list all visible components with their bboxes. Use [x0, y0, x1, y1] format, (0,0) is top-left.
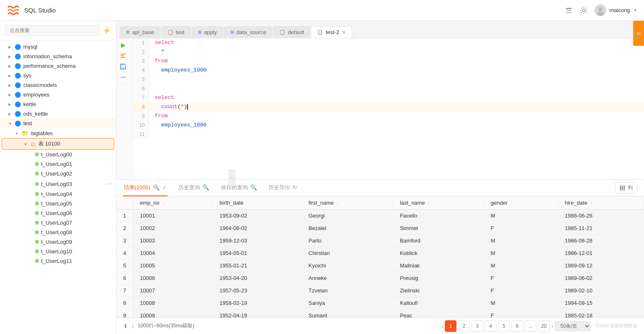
sidebar-item-employees[interactable]: employees — [0, 90, 116, 99]
result-search-icon[interactable]: 🔍 — [153, 184, 160, 191]
cell-rownum: 2 — [116, 222, 133, 235]
col-header-last-name[interactable]: last_name ↕ — [393, 196, 484, 210]
tab-apply[interactable]: ⊞ apply — [192, 26, 223, 38]
sidebar-item-classicmodels[interactable]: classicmodels — [0, 80, 116, 90]
sidebar-item-t-userlog02[interactable]: ⊞ t_UserLog02 — [0, 169, 116, 178]
tab-data-source[interactable]: ⊞ data_source — [224, 26, 273, 38]
col-header-first-name[interactable]: first_name ↕ — [302, 196, 393, 210]
top-header: SQL Studio maicong ▼ — [0, 0, 644, 21]
refresh-button[interactable]: ⚡ — [103, 27, 111, 35]
result-expand-icon[interactable]: ⤢ — [162, 184, 167, 191]
page-btn-4[interactable]: 4 — [485, 320, 496, 332]
sidebar-label-test: test — [23, 120, 113, 126]
col-header-hire-date[interactable]: hire_date ↕ — [558, 196, 644, 210]
cell-birth-date: 1953-04-20 — [213, 272, 302, 285]
sidebar-label-t-userlog06: t_UserLog06 — [41, 210, 113, 216]
export-refresh-icon[interactable]: ↻ — [293, 184, 297, 191]
sidebar-item-mysql[interactable]: mysql — [0, 42, 116, 52]
more-dots-icon[interactable]: ··· — [106, 180, 113, 188]
tab-api-base[interactable]: ⊞ api_base — [120, 26, 160, 38]
sidebar-item-t-userlog01[interactable]: ⊞ t_UserLog01 — [0, 159, 116, 169]
sidebar-item-tables-10100[interactable]: 🗂 表 10100 — [2, 138, 114, 150]
svg-rect-9 — [121, 57, 125, 58]
table-icon-7: ⊞ — [35, 220, 39, 225]
tab-test[interactable]: 📋 test — [161, 26, 191, 38]
sidebar-item-t-userlog05[interactable]: ⊞ t_UserLog05 — [0, 199, 116, 208]
sidebar-item-t-userlog10[interactable]: ⊞ t_UserLog10 — [0, 247, 116, 256]
sidebar-item-bigtables[interactable]: 📁 bigtables — [0, 128, 116, 138]
database-icon[interactable] — [565, 6, 573, 15]
column-settings-button[interactable]: 列 — [615, 182, 637, 193]
tab-label-test: test — [176, 29, 185, 35]
sidebar-item-performance-schema[interactable]: performance_schema — [0, 61, 116, 71]
app-logo-icon — [7, 4, 20, 17]
sidebar-item-t-userlog00[interactable]: ⊞ t_UserLog00 — [0, 150, 116, 159]
run-query-button[interactable]: ▶ — [118, 40, 128, 50]
sidebar-item-t-userlog06[interactable]: ⊞ t_UserLog06 — [0, 208, 116, 218]
tree-arrow-test — [8, 121, 13, 126]
refresh-data-icon[interactable]: ↕ — [131, 323, 134, 329]
code-editor[interactable]: 1 select 2 * 3 from 4 — [133, 38, 644, 179]
page-btn-1[interactable]: 1 — [445, 320, 456, 332]
prev-page-button[interactable]: ‹ — [441, 323, 443, 329]
db-icon-performance-schema — [15, 63, 21, 69]
svg-rect-16 — [622, 186, 623, 191]
cell-emp-no: 10006 — [133, 272, 213, 285]
sidebar-item-information-schema[interactable]: information_schema — [0, 52, 116, 61]
col-header-birth-date[interactable]: birth_date ↕ — [213, 196, 302, 210]
page-btn-20[interactable]: 20 — [538, 320, 550, 332]
format-query-button[interactable] — [118, 51, 128, 61]
db-icon-test — [15, 121, 21, 126]
saved-search-icon[interactable]: 🔍 — [250, 184, 257, 191]
history-search-icon[interactable]: 🔍 — [202, 184, 209, 191]
tab-close-test-2[interactable]: ✕ — [342, 30, 346, 35]
sidebar-item-t-userlog08[interactable]: ⊞ t_UserLog08 — [0, 228, 116, 237]
sidebar-item-t-userlog11[interactable]: ⊞ t_UserLog11 — [0, 256, 116, 266]
tab-default[interactable]: 📋 default — [273, 26, 310, 38]
sidebar-label-kettle: kettle — [23, 101, 113, 107]
result-tab-saved-query[interactable]: 保存的查询 🔍 — [220, 180, 258, 196]
right-panel-badge[interactable]: 6 — [633, 21, 644, 46]
col-header-emp-no[interactable]: emp_no ↕ — [133, 196, 213, 210]
download-icon[interactable]: ⬇ — [123, 323, 128, 329]
sidebar-item-t-userlog03[interactable]: ⊞ t_UserLog03 ··· — [0, 178, 116, 189]
cell-first-name: Sumant — [302, 309, 393, 318]
sidebar-collapse-button[interactable]: ‹ — [229, 169, 235, 186]
result-tab-result[interactable]: 结果(1000) 🔍 ⤢ — [123, 180, 168, 196]
next-page-button[interactable]: › — [551, 323, 553, 329]
page-btn-2[interactable]: 2 — [458, 320, 470, 332]
tab-bar: ⊞ api_base 📋 test ⊞ apply ⊞ data_source … — [116, 21, 644, 38]
sidebar-item-t-userlog04[interactable]: ⊞ t_UserLog04 — [0, 189, 116, 199]
sidebar-item-sys[interactable]: sys — [0, 71, 116, 80]
user-info[interactable]: maicong ▼ — [595, 5, 637, 16]
sidebar-item-kettle[interactable]: kettle — [0, 99, 116, 109]
tab-icon-default: 📋 — [279, 30, 285, 35]
sidebar-label-t-userlog02: t_UserLog02 — [41, 171, 113, 177]
tab-test-2[interactable]: 📋 test-2 ✕ — [311, 26, 352, 38]
result-tab-history-export[interactable]: 历史导出 ↻ — [268, 180, 298, 196]
line-content-7: select — [150, 93, 174, 102]
header-right: maicong ▼ — [565, 5, 637, 16]
extra-action-button[interactable] — [118, 72, 128, 82]
svg-point-12 — [121, 77, 122, 78]
db-icon-employees — [15, 92, 21, 98]
cell-rownum: 3 — [116, 235, 133, 247]
settings-icon[interactable] — [580, 6, 588, 15]
sidebar-item-t-userlog07[interactable]: ⊞ t_UserLog07 — [0, 218, 116, 228]
sidebar-item-t-userlog09[interactable]: ⊞ t_UserLog09 — [0, 237, 116, 247]
page-btn-5[interactable]: 5 — [498, 320, 510, 332]
result-tab-history-query[interactable]: 历史查询 🔍 — [178, 180, 210, 196]
page-btn-6[interactable]: 6 — [511, 320, 523, 332]
sidebar-item-ods-kettle[interactable]: ods_kettle — [0, 109, 116, 119]
search-input[interactable] — [5, 25, 99, 36]
col-header-rownum — [116, 196, 133, 210]
data-table-wrapper[interactable]: emp_no ↕ birth_date ↕ first_name ↕ last_… — [116, 196, 644, 317]
save-query-button[interactable] — [118, 62, 128, 72]
code-line-6: 6 — [133, 84, 644, 93]
col-header-gender[interactable]: gender ↕ — [484, 196, 558, 210]
gutter-actions: ▶ — [116, 38, 133, 84]
page-size-select[interactable]: 50条/页 100条/页 — [555, 321, 591, 331]
page-btn-3[interactable]: 3 — [471, 320, 483, 332]
line-content-11 — [150, 130, 155, 139]
sidebar-item-test[interactable]: test — [0, 119, 116, 128]
